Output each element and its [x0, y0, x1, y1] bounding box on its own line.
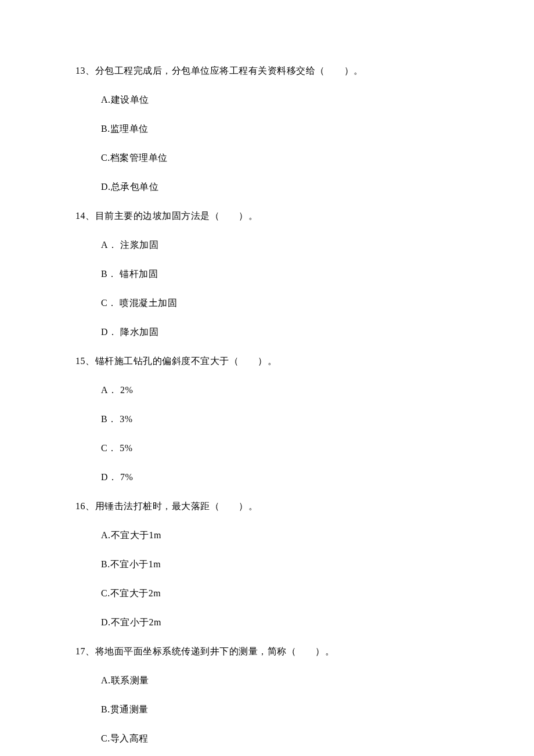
option-b: B.监理单位 — [101, 122, 459, 136]
question-text: 用锤击法打桩时，最大落距（ ）。 — [95, 501, 258, 511]
question-stem: 16、用锤击法打桩时，最大落距（ ）。 — [75, 499, 459, 513]
question-stem: 13、分包工程完成后，分包单位应将工程有关资料移交给（ ）。 — [75, 64, 459, 78]
question-number: 16、 — [75, 501, 95, 511]
option-c: C． 5% — [101, 441, 459, 455]
option-c: C． 喷混凝土加固 — [101, 296, 459, 310]
option-c: C.不宜大于2m — [101, 586, 459, 600]
question-number: 13、 — [75, 66, 95, 75]
option-a: A.不宜大于1m — [101, 528, 459, 542]
question-stem: 17、将地面平面坐标系统传递到井下的测量，简称（ ）。 — [75, 645, 459, 658]
question-text: 目前主要的边坡加固方法是（ ）。 — [95, 211, 258, 221]
option-b: B． 锚杆加固 — [101, 267, 459, 281]
question-number: 17、 — [75, 646, 95, 656]
document-page: 13、分包工程完成后，分包单位应将工程有关资料移交给（ ）。 A.建设单位 B.… — [0, 0, 534, 756]
option-list: A． 注浆加固 B． 锚杆加固 C． 喷混凝土加固 D． 降水加固 — [75, 238, 459, 339]
question-stem: 15、锚杆施工钻孔的偏斜度不宜大于（ ）。 — [75, 354, 459, 368]
option-d: D.总承包单位 — [101, 180, 459, 194]
option-list: A.联系测量 B.贯通测量 C.导入高程 D.定向 — [75, 674, 459, 756]
option-d: D.不宜小于2m — [101, 615, 459, 629]
option-a: A． 2% — [101, 383, 459, 397]
question-16: 16、用锤击法打桩时，最大落距（ ）。 A.不宜大于1m B.不宜小于1m C.… — [75, 499, 459, 629]
option-c: C.导入高程 — [101, 732, 459, 746]
option-c: C.档案管理单位 — [101, 151, 459, 165]
option-list: A． 2% B． 3% C． 5% D． 7% — [75, 383, 459, 484]
option-a: A． 注浆加固 — [101, 238, 459, 252]
question-number: 15、 — [75, 356, 95, 366]
question-13: 13、分包工程完成后，分包单位应将工程有关资料移交给（ ）。 A.建设单位 B.… — [75, 64, 459, 194]
option-list: A.不宜大于1m B.不宜小于1m C.不宜大于2m D.不宜小于2m — [75, 528, 459, 629]
question-14: 14、目前主要的边坡加固方法是（ ）。 A． 注浆加固 B． 锚杆加固 C． 喷… — [75, 209, 459, 339]
question-15: 15、锚杆施工钻孔的偏斜度不宜大于（ ）。 A． 2% B． 3% C． 5% … — [75, 354, 459, 484]
option-b: B． 3% — [101, 412, 459, 426]
question-17: 17、将地面平面坐标系统传递到井下的测量，简称（ ）。 A.联系测量 B.贯通测… — [75, 645, 459, 756]
option-list: A.建设单位 B.监理单位 C.档案管理单位 D.总承包单位 — [75, 93, 459, 194]
option-a: A.建设单位 — [101, 93, 459, 107]
option-b: B.贯通测量 — [101, 703, 459, 717]
question-text: 锚杆施工钻孔的偏斜度不宜大于（ ）。 — [95, 356, 277, 366]
question-number: 14、 — [75, 211, 95, 221]
option-d: D． 7% — [101, 470, 459, 484]
question-stem: 14、目前主要的边坡加固方法是（ ）。 — [75, 209, 459, 223]
option-b: B.不宜小于1m — [101, 557, 459, 571]
question-text: 将地面平面坐标系统传递到井下的测量，简称（ ）。 — [95, 646, 335, 656]
question-text: 分包工程完成后，分包单位应将工程有关资料移交给（ ）。 — [95, 66, 363, 75]
option-a: A.联系测量 — [101, 674, 459, 687]
option-d: D． 降水加固 — [101, 325, 459, 339]
